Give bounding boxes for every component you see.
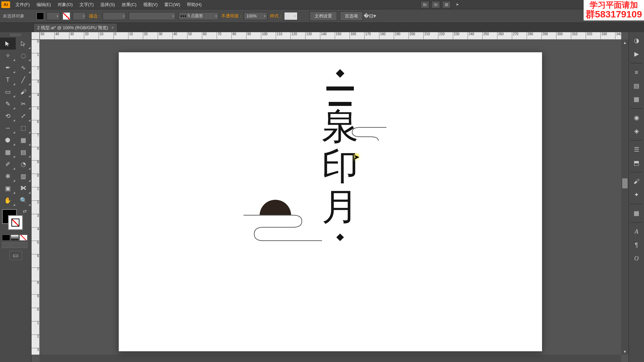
- edit-toolbar-button[interactable]: ▭: [9, 251, 22, 260]
- paintbrush-tool[interactable]: 🖌: [16, 86, 32, 98]
- selection-tool[interactable]: [0, 38, 16, 50]
- menu-select[interactable]: 选择(S): [97, 0, 118, 9]
- panel-color-icon[interactable]: ◑: [632, 36, 642, 46]
- direct-selection-tool[interactable]: [16, 38, 32, 50]
- right-dock: ◑ ▶ ≡ ▤ ▦ ◉ ◈ ☰ ⬒ 🖌 ✦ ▦ A ¶ O: [629, 32, 644, 362]
- panel-brushes-icon[interactable]: 🖌: [632, 176, 642, 186]
- eraser-tool[interactable]: ✂: [16, 98, 32, 110]
- document-setup-button[interactable]: 文档设置: [310, 11, 337, 21]
- cloud-right: [347, 126, 387, 143]
- scrollbar-vertical[interactable]: ▲ ▼: [621, 40, 629, 355]
- lasso-tool[interactable]: ◌: [16, 50, 32, 62]
- rectangle-tool[interactable]: ▭: [0, 86, 16, 98]
- close-tab-icon[interactable]: ×: [111, 25, 114, 30]
- free-transform-tool[interactable]: ⬚: [16, 122, 32, 134]
- panel-libraries-icon[interactable]: ⬒: [632, 158, 642, 168]
- panel-paragraph-icon[interactable]: ¶: [632, 240, 642, 250]
- opacity-input[interactable]: 100%: [244, 12, 267, 20]
- tools-grip[interactable]: [10, 34, 21, 36]
- tools-panel: ✧◌ ✒∿ T╱ ▭🖌 ✎✂ ⟲⤢ ↔⬚ ⬢▦ ▦▤ ✐◔ ❋▥ ▣✀ ✋🔍 ⇄…: [0, 32, 32, 362]
- panel-gradient-icon[interactable]: ▤: [632, 81, 642, 91]
- shaper-tool[interactable]: ✎: [0, 98, 16, 110]
- mesh-tool[interactable]: ▦: [0, 146, 16, 158]
- menu-object[interactable]: 对象(O): [54, 0, 76, 9]
- align-flyout-icon[interactable]: �⊟▾: [366, 12, 374, 20]
- menu-help[interactable]: 帮助(H): [183, 0, 205, 9]
- stroke-color-box[interactable]: [8, 215, 23, 230]
- panel-appearance-icon[interactable]: ◉: [632, 113, 642, 123]
- panel-stroke-icon[interactable]: ≡: [632, 67, 642, 77]
- perspective-tool[interactable]: ▦: [16, 134, 32, 146]
- document-tab[interactable]: 2 线型.ai* @ 100% (RGB/GPU 预览) ×: [34, 23, 117, 32]
- artboard[interactable]: 泉 印 月 ➤: [119, 52, 542, 351]
- app-logo: Ai: [1, 1, 10, 8]
- rotate-tool[interactable]: ⟲: [0, 110, 16, 122]
- curvature-tool[interactable]: ∿: [16, 62, 32, 74]
- stroke-dropdown[interactable]: [73, 12, 86, 20]
- scroll-thumb-v[interactable]: [622, 178, 628, 188]
- symbol-sprayer-tool[interactable]: ❋: [0, 170, 16, 182]
- dash-profile-label: 5 点圆形: [187, 13, 203, 19]
- magic-wand-tool[interactable]: ✧: [0, 50, 16, 62]
- menu-view[interactable]: 视图(V): [140, 0, 161, 9]
- cloud-left: [243, 213, 323, 243]
- hand-tool[interactable]: ✋: [0, 194, 16, 206]
- glyph-2: 印: [322, 148, 359, 185]
- stroke-weight-input[interactable]: [103, 12, 126, 20]
- arrange-docs-button[interactable]: ▥: [442, 1, 451, 8]
- shape-builder-tool[interactable]: ⬢: [0, 134, 16, 146]
- panel-symbols-icon[interactable]: ✦: [632, 190, 642, 200]
- artboard-tool[interactable]: ▣: [0, 182, 16, 194]
- type-tool[interactable]: T: [0, 74, 16, 86]
- line-tool[interactable]: ╱: [16, 74, 32, 86]
- panel-opentype-icon[interactable]: O: [632, 253, 642, 263]
- blend-tool[interactable]: ◔: [16, 158, 32, 170]
- scale-tool[interactable]: ⤢: [16, 110, 32, 122]
- menu-effect[interactable]: 效果(C): [118, 0, 140, 9]
- artwork-group: 泉 印 月: [322, 70, 359, 240]
- color-mode-gradient[interactable]: [11, 235, 19, 241]
- eyedropper-tool[interactable]: ✐: [0, 158, 16, 170]
- bridge-button[interactable]: Br: [421, 1, 429, 8]
- panel-character-icon[interactable]: A: [632, 227, 642, 237]
- preferences-button[interactable]: 首选项: [340, 11, 363, 21]
- ruler-origin[interactable]: [32, 32, 40, 40]
- fill-stroke-control[interactable]: ⇄: [1, 208, 31, 232]
- width-tool[interactable]: ↔: [0, 122, 16, 134]
- gpu-rocket-icon[interactable]: ➤: [453, 1, 462, 8]
- color-mode-solid[interactable]: [2, 235, 10, 241]
- stock-button[interactable]: St: [431, 1, 440, 8]
- panel-color-guide-icon[interactable]: ▶: [632, 49, 642, 59]
- stroke-swatch[interactable]: [63, 12, 70, 20]
- ruler-horizontal[interactable]: 5040302010010203040506070809010011012013…: [40, 32, 621, 40]
- swap-fill-stroke-icon[interactable]: ⇄: [23, 208, 27, 214]
- panel-swatches-icon[interactable]: ▦: [632, 208, 642, 218]
- fill-dropdown[interactable]: [47, 12, 60, 20]
- screen-mode-normal[interactable]: [2, 242, 10, 248]
- screen-mode-presentation[interactable]: [19, 242, 28, 248]
- fill-swatch[interactable]: [37, 12, 44, 20]
- gradient-tool[interactable]: ▤: [16, 146, 32, 158]
- screen-mode-full[interactable]: [11, 242, 19, 248]
- dash-profile-dropdown[interactable]: 5 点圆形: [178, 12, 219, 20]
- scroll-down-icon[interactable]: ▼: [621, 349, 629, 355]
- scroll-up-icon[interactable]: ▲: [621, 40, 629, 46]
- graphic-style-dropdown[interactable]: [284, 12, 298, 20]
- panel-layers-icon[interactable]: ☰: [632, 144, 642, 155]
- watermark-line2: 群583179109: [586, 9, 642, 20]
- ruler-vertical[interactable]: 012345678901234567890123: [32, 40, 40, 355]
- panel-transparency-icon[interactable]: ▦: [632, 94, 642, 104]
- scrollbar-horizontal[interactable]: [40, 355, 621, 362]
- graph-tool[interactable]: ▥: [16, 170, 32, 182]
- pen-tool[interactable]: ✒: [0, 62, 16, 74]
- color-mode-none[interactable]: [19, 235, 28, 241]
- menu-edit[interactable]: 编辑(E): [33, 0, 54, 9]
- zoom-tool[interactable]: 🔍: [16, 194, 32, 206]
- panel-graphic-styles-icon[interactable]: ◈: [632, 126, 642, 136]
- brush-dropdown[interactable]: [129, 12, 176, 20]
- watermark-overlay: 学习平面请加 群583179109: [584, 0, 644, 20]
- slice-tool[interactable]: ✀: [16, 182, 32, 194]
- menu-file[interactable]: 文件(F): [12, 0, 33, 9]
- menu-type[interactable]: 文字(T): [76, 0, 97, 9]
- menu-window[interactable]: 窗口(W): [161, 0, 183, 9]
